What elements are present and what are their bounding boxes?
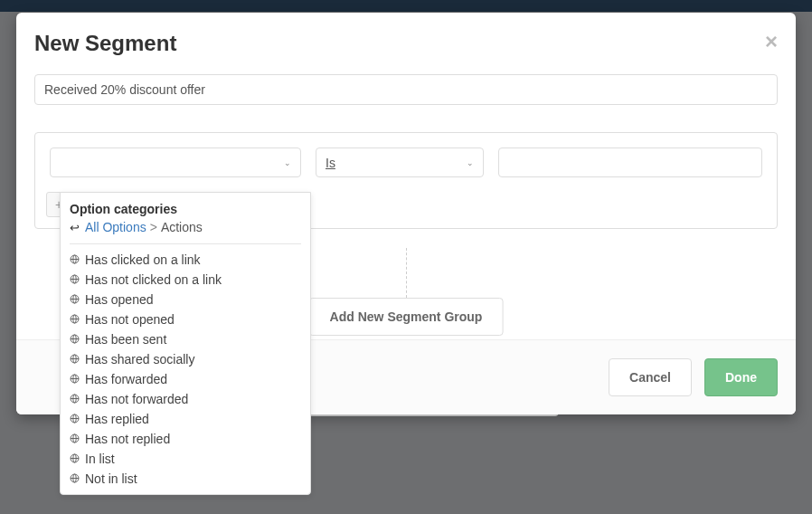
globe-icon [70, 312, 80, 327]
dropdown-item[interactable]: Has shared socially [61, 349, 310, 369]
globe-icon [70, 252, 80, 267]
add-segment-group-button[interactable]: Add New Segment Group [309, 298, 504, 336]
dropdown-item-label: Not in list [85, 471, 137, 486]
dropdown-item-label: Has forwarded [85, 372, 167, 386]
back-arrow-icon[interactable]: ↩ [70, 221, 80, 234]
dropdown-breadcrumb: ↩ All Options > Actions [70, 220, 301, 244]
dropdown-item-label: Has not clicked on a link [85, 272, 222, 287]
dropdown-item[interactable]: Has not replied [61, 429, 310, 449]
globe-icon [70, 432, 80, 446]
dropdown-item[interactable]: Has not opened [61, 309, 310, 329]
globe-icon [70, 272, 80, 287]
dropdown-item[interactable]: Has replied [61, 409, 310, 429]
globe-icon [70, 372, 80, 386]
breadcrumb-current: Actions [161, 220, 203, 234]
dropdown-item-label: Has opened [85, 292, 154, 307]
modal-header: New Segment × [16, 13, 796, 65]
operator-select[interactable]: Is ⌄ [316, 148, 484, 177]
app-top-bar [0, 0, 812, 12]
dropdown-item[interactable]: Has forwarded [61, 369, 310, 389]
dropdown-item-label: Has not replied [85, 432, 170, 446]
dropdown-header: Option categories ↩ All Options > Action… [61, 193, 310, 244]
globe-icon [70, 352, 80, 366]
globe-icon [70, 392, 80, 406]
dropdown-item-label: Has not opened [85, 312, 175, 327]
globe-icon [70, 332, 80, 347]
done-button[interactable]: Done [704, 358, 778, 396]
close-button[interactable]: × [765, 31, 778, 52]
globe-icon [70, 292, 80, 307]
dropdown-item-label: Has been sent [85, 332, 166, 347]
dropdown-item[interactable]: Has clicked on a link [61, 250, 310, 270]
operator-value: Is [326, 156, 335, 170]
globe-icon [70, 412, 80, 426]
value-select[interactable] [498, 148, 762, 177]
dropdown-item-label: In list [85, 452, 115, 466]
dropdown-item[interactable]: Has been sent [61, 329, 310, 349]
dropdown-item[interactable]: Has not clicked on a link [61, 270, 310, 290]
modal-title: New Segment [34, 31, 176, 56]
dropdown-item-label: Has not forwarded [85, 392, 188, 406]
globe-icon [70, 452, 80, 466]
breadcrumb-separator: > [150, 220, 157, 234]
condition-row: ⌄ Is ⌄ [35, 133, 777, 192]
chevron-down-icon: ⌄ [284, 158, 291, 167]
dropdown-category-title: Option categories [70, 202, 301, 216]
segment-name-input[interactable] [34, 74, 778, 105]
dropdown-list: Has clicked on a linkHas not clicked on … [61, 244, 310, 494]
dropdown-item[interactable]: Has not forwarded [61, 389, 310, 409]
dropdown-item-label: Has replied [85, 412, 149, 426]
dropdown-item-label: Has clicked on a link [85, 252, 201, 267]
dropdown-item-label: Has shared socially [85, 352, 194, 366]
field-select-dropdown: Option categories ↩ All Options > Action… [60, 192, 311, 495]
dropdown-item[interactable]: Has opened [61, 290, 310, 309]
chevron-down-icon: ⌄ [467, 158, 474, 167]
breadcrumb-all-options[interactable]: All Options [85, 220, 146, 234]
field-select[interactable]: ⌄ [50, 148, 301, 177]
dropdown-item[interactable]: Not in list [61, 469, 310, 489]
dropdown-item[interactable]: In list [61, 449, 310, 469]
close-icon: × [765, 29, 778, 53]
connector-line [406, 248, 407, 298]
globe-icon [70, 471, 80, 486]
cancel-button[interactable]: Cancel [609, 358, 692, 396]
